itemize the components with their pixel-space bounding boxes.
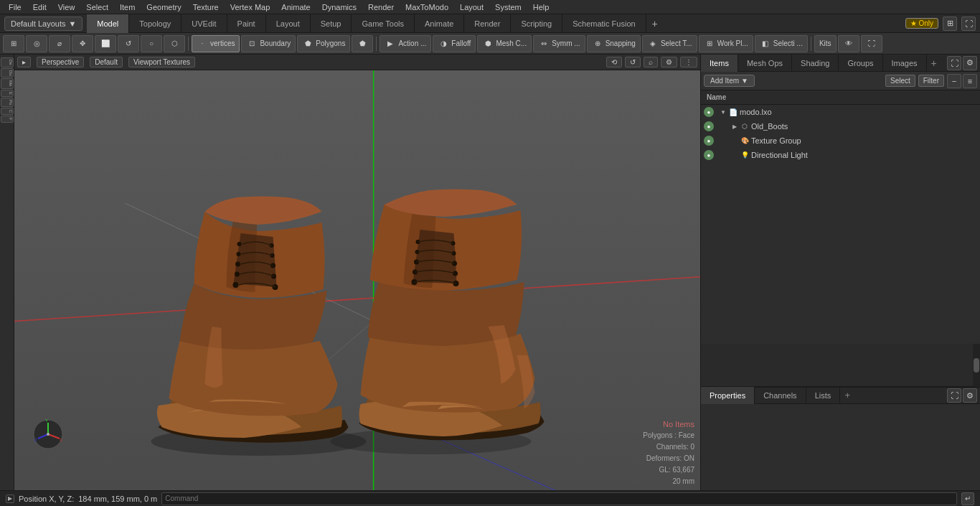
tree-row-modo-lxo[interactable]: ● ▼ 📄 modo.lxo (701, 105, 980, 119)
sidebar-pol[interactable]: Po (1, 98, 14, 107)
tab-paint[interactable]: Paint (227, 14, 266, 33)
tab-uvedit[interactable]: UVEdit (182, 14, 227, 33)
menu-maxtomode[interactable]: MaxToModo (400, 0, 454, 14)
toolbar-snapping[interactable]: ⊕ Snapping (587, 35, 641, 52)
tab-properties[interactable]: Properties (701, 387, 755, 404)
sidebar-f[interactable]: F (1, 116, 14, 123)
viewport-icon-nav1[interactable]: ⟲ (606, 57, 622, 67)
star-button[interactable]: ★ Only (905, 18, 938, 29)
tab-lists[interactable]: Lists (806, 387, 841, 404)
toolbar-boundary[interactable]: ⊡ Boundary (241, 35, 296, 52)
tab-model[interactable]: Model (87, 14, 129, 33)
tab-schematic-fusion[interactable]: Schematic Fusion (562, 14, 646, 33)
layout-icon-1[interactable]: ⊞ (943, 17, 957, 31)
toolbar-lasso[interactable]: ⌀ (49, 35, 70, 52)
tree-row-directional-light[interactable]: ● ▶ 💡 Directional Light (701, 148, 980, 162)
items-select-button[interactable]: Select (885, 75, 915, 87)
tab-render[interactable]: Render (464, 14, 511, 33)
right-panel-expand[interactable]: ⛶ (947, 56, 961, 70)
toolbar-maximize[interactable]: ⛶ (861, 35, 882, 52)
sidebar-mesh[interactable]: Me (1, 78, 14, 88)
menu-dynamics[interactable]: Dynamics (316, 0, 362, 14)
toolbar-vr[interactable]: 👁 (838, 35, 859, 52)
toolbar-mesh-c[interactable]: ⬢ Mesh C... (477, 35, 532, 52)
menu-animate[interactable]: Animate (275, 0, 316, 14)
tree-row-old-boots[interactable]: ● ▶ ⬡ Old_Boots (701, 119, 980, 133)
toolbar-kits[interactable]: Kits (814, 35, 837, 52)
menu-layout[interactable]: Layout (454, 0, 489, 14)
menu-vertex-map[interactable]: Vertex Map (225, 0, 276, 14)
toolbar-box[interactable]: ⬜ (95, 35, 116, 52)
toolbar-falloff[interactable]: ◑ Falloff (433, 35, 476, 52)
menu-texture[interactable]: Texture (187, 0, 225, 14)
tab-scripting[interactable]: Scripting (511, 14, 562, 33)
menu-item[interactable]: Item (114, 0, 141, 14)
toolbar-hex[interactable]: ⬡ (164, 35, 185, 52)
scroll-thumb[interactable] (974, 358, 979, 373)
tab-animate[interactable]: Animate (415, 14, 464, 33)
properties-expand[interactable]: ⛶ (947, 388, 961, 403)
eye-old-boots[interactable]: ● (704, 121, 714, 131)
toolbar-work-pl[interactable]: ⊞ Work Pl... (699, 35, 753, 52)
toolbar-action[interactable]: ▶ Action ... (380, 35, 431, 52)
menu-select[interactable]: Select (80, 0, 114, 14)
add-layout-button[interactable]: + (646, 15, 664, 32)
toolbar-vertices[interactable]: · vertices (192, 35, 240, 52)
viewport-toggle[interactable]: ▸ (17, 57, 31, 67)
menu-edit[interactable]: Edit (27, 0, 52, 14)
tab-shading[interactable]: Shading (792, 55, 839, 72)
viewport-icon-search[interactable]: ⌕ (644, 57, 658, 67)
right-tab-add-button[interactable]: + (927, 55, 941, 72)
eye-texture-group[interactable]: ● (704, 136, 714, 146)
eye-directional-light[interactable]: ● (704, 150, 714, 160)
viewport-canvas[interactable]: X Y Z No Items Polygons : Face Channels:… (14, 70, 700, 490)
menu-render[interactable]: Render (362, 0, 400, 14)
tab-mesh-ops[interactable]: Mesh Ops (738, 55, 792, 72)
tab-images[interactable]: Images (883, 55, 927, 72)
tree-row-texture-group[interactable]: ● ▶ 🎨 Texture Group (701, 133, 980, 148)
arrow-old-boots[interactable]: ▶ (731, 123, 738, 130)
tab-items[interactable]: Items (701, 55, 738, 72)
viewport-perspective[interactable]: Perspective (37, 57, 84, 67)
viewport-default[interactable]: Default (90, 57, 123, 67)
menu-view[interactable]: View (52, 0, 81, 14)
tab-game-tools[interactable]: Game Tools (352, 14, 415, 33)
toolbar-loop[interactable]: ↺ (118, 35, 139, 52)
right-bottom-add-button[interactable]: + (840, 387, 854, 404)
toolbar-symmetry[interactable]: ⇔ Symm ... (533, 35, 585, 52)
items-tree[interactable]: ● ▼ 📄 modo.lxo ● ▶ ⬡ Old_Boots ● ▶ 🎨 Tex… (701, 105, 980, 344)
items-toolbar-icon2[interactable]: ≡ (963, 74, 977, 88)
tree-scrollbar[interactable] (973, 344, 980, 387)
tab-topology[interactable]: Topology (129, 14, 182, 33)
toolbar-transform[interactable]: ✥ (72, 35, 93, 52)
toolbar-select-t[interactable]: ◈ Select T... (642, 35, 697, 52)
items-filter-button[interactable]: Filter (918, 75, 944, 87)
menu-system[interactable]: System (489, 0, 527, 14)
command-input[interactable] (161, 492, 957, 505)
arrow-modo-lxo[interactable]: ▼ (720, 108, 727, 116)
sidebar-edge[interactable]: E (1, 90, 14, 97)
toolbar-circle[interactable]: ○ (141, 35, 162, 52)
toolbar-mesh-shape[interactable]: ⬟ (352, 35, 373, 52)
menu-geometry[interactable]: Geometry (141, 0, 187, 14)
add-item-button[interactable]: Add Item ▼ (704, 75, 755, 87)
toolbar-component1[interactable]: ⊞ (3, 35, 24, 52)
tab-groups[interactable]: Groups (839, 55, 882, 72)
sidebar-de[interactable]: De (1, 57, 14, 67)
menu-help[interactable]: Help (527, 0, 555, 14)
viewport-textures[interactable]: Viewport Textures (128, 57, 195, 67)
sidebar-dup[interactable]: Du (1, 68, 14, 78)
right-panel-settings[interactable]: ⚙ (963, 56, 977, 70)
layout-icon-2[interactable]: ⛶ (961, 17, 976, 31)
command-enter-button[interactable]: ↵ (961, 492, 974, 505)
toolbar-polygons[interactable]: ⬟ Polygons (297, 35, 350, 52)
properties-settings[interactable]: ⚙ (963, 388, 977, 403)
menu-file[interactable]: File (3, 0, 27, 14)
default-layout-button[interactable]: Default Layouts ▼ (4, 17, 83, 31)
eye-modo-lxo[interactable]: ● (704, 107, 714, 117)
toolbar-selecti[interactable]: ◧ Selecti ... (755, 35, 808, 52)
status-triangle-btn[interactable]: ▶ (6, 495, 14, 503)
toolbar-globe[interactable]: ◎ (26, 35, 47, 52)
items-toolbar-icon1[interactable]: − (947, 74, 961, 88)
tab-layout[interactable]: Layout (266, 14, 311, 33)
